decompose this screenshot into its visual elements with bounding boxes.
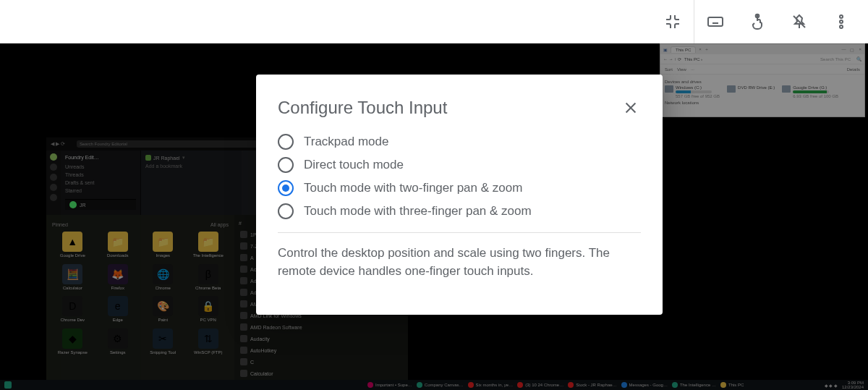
option-label: Touch mode with two-finger pan & zoom (304, 181, 522, 195)
more-vert-icon[interactable] (820, 0, 862, 43)
dialog-description: Control the desktop position and scale u… (278, 245, 641, 280)
radio-icon (278, 157, 294, 173)
svg-point-3 (840, 20, 843, 23)
touch-mode-option[interactable]: Touch mode with three-finger pan & zoom (278, 203, 641, 219)
touch-mode-option[interactable]: Trackpad mode (278, 134, 641, 150)
divider (278, 232, 641, 233)
keyboard-icon[interactable] (694, 0, 736, 43)
dialog-title: Configure Touch Input (278, 98, 447, 118)
fullscreen-exit-icon[interactable] (652, 0, 694, 43)
radio-icon (278, 203, 294, 219)
touch-input-dialog: Configure Touch Input Trackpad mode Dire… (256, 75, 663, 315)
svg-rect-0 (708, 17, 723, 26)
svg-point-2 (840, 15, 843, 18)
svg-point-4 (840, 25, 843, 28)
close-button[interactable] (621, 98, 641, 118)
option-label: Touch mode with three-finger pan & zoom (304, 204, 532, 219)
option-label: Trackpad mode (304, 135, 388, 149)
touch-mode-option[interactable]: Direct touch mode (278, 157, 641, 173)
option-label: Direct touch mode (304, 158, 404, 172)
touch-mode-option[interactable]: Touch mode with two-finger pan & zoom (278, 180, 641, 196)
pin-off-icon[interactable] (778, 0, 820, 43)
radio-icon (278, 134, 294, 150)
remote-toolbar (0, 0, 868, 43)
touch-mode-icon[interactable] (736, 0, 778, 43)
radio-icon (278, 180, 294, 196)
